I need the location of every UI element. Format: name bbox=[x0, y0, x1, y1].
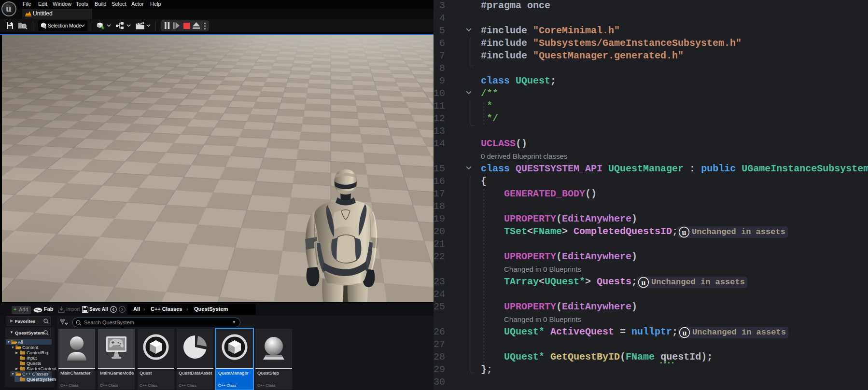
svg-text:u: u bbox=[642, 279, 646, 287]
svg-text:u: u bbox=[682, 228, 686, 237]
svg-text:u: u bbox=[683, 329, 687, 337]
